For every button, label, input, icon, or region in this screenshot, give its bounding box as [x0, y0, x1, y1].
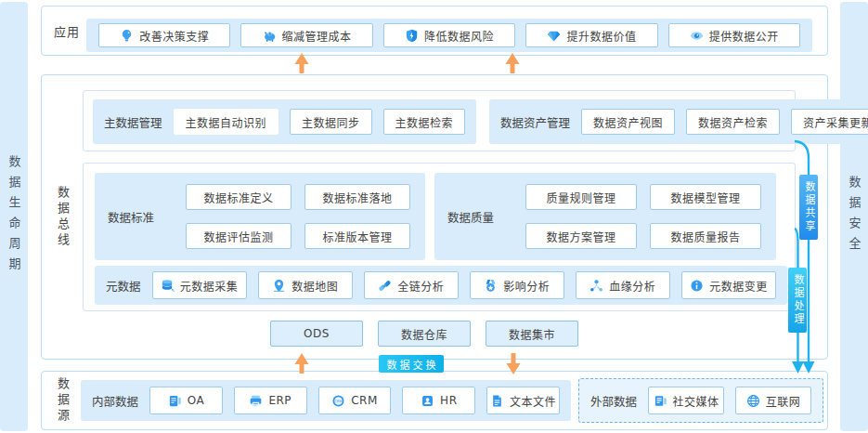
application-item-4[interactable]: 提供数据公开 [668, 23, 800, 47]
id-badge-icon [421, 394, 434, 408]
internal-data-item-2[interactable]: CRMCRM [318, 387, 392, 414]
metadata-item-4[interactable]: 血缘分析 [576, 271, 670, 299]
button-label: 提升数据价值 [566, 28, 636, 44]
shield-icon [405, 29, 419, 43]
button-label: 数据模型管理 [670, 190, 740, 205]
master-data-buttons: 主数据自动识别主数据同步主数据检索 [174, 109, 466, 135]
data-standard-item-3[interactable]: 标准版本管理 [304, 223, 410, 249]
storage-item-2[interactable]: 数据集市 [486, 321, 578, 347]
data-source-section: 数据源 内部数据 OAERPCRMCRMHR文本文件 外部数据 社交媒体互联网 [41, 371, 828, 430]
crm-badge-icon: CRM [331, 394, 345, 408]
data-asset-panel-label: 数据资产管理 [500, 113, 570, 131]
application-item-3[interactable]: 提升数据价值 [525, 23, 657, 47]
rail-data-security-label: 数据安全 [846, 176, 863, 257]
internal-data-panel: 内部数据 OAERPCRMCRMHR文本文件 [81, 380, 571, 421]
application-item-0[interactable]: 改善决策支撑 [98, 23, 230, 47]
map-pin-icon [272, 279, 286, 293]
metadata-panel: 元数据 元数据采集数据地图全链分析影响分析血缘分析元数据变更 [95, 266, 787, 305]
data-quality-item-1[interactable]: 数据模型管理 [650, 184, 761, 210]
metadata-panel-label: 元数据 [106, 277, 141, 295]
button-label: 缩减管理成本 [282, 28, 352, 44]
internal-data-item-1[interactable]: ERP [234, 387, 307, 414]
data-quality-item-3[interactable]: 数据质量报告 [650, 223, 761, 249]
database-icon [161, 279, 175, 293]
data-quality-panel: 数据质量 质量规则管理数据模型管理数据方案管理数据质量报告 [434, 173, 776, 260]
data-quality-item-0[interactable]: 质量规则管理 [525, 184, 637, 210]
external-data-buttons: 社交媒体互联网 [648, 387, 811, 414]
button-label: 数据标准定义 [204, 190, 274, 205]
data-standard-item-1[interactable]: 数据标准落地 [304, 184, 410, 210]
metadata-item-1[interactable]: 数据地图 [258, 271, 353, 299]
data-standard-item-0[interactable]: 数据标准定义 [186, 184, 291, 210]
rail-data-lifecycle: 数据生命周期 [0, 2, 28, 431]
master-data-item-1[interactable]: 主数据同步 [290, 109, 372, 135]
data-quality-item-2[interactable]: 数据方案管理 [525, 223, 637, 249]
gem-icon [547, 29, 561, 43]
info-circle-icon [690, 279, 704, 293]
master-data-and-asset-row: 主数据管理 主数据自动识别主数据同步主数据检索 数据资产管理 数据资产视图数据资… [83, 90, 796, 151]
metadata-item-3[interactable]: 影响分析 [470, 271, 564, 299]
medal-icon [484, 279, 498, 293]
button-label: 数据资产视图 [593, 114, 663, 130]
up-arrow-icon [506, 53, 520, 73]
button-label: 提供数据公开 [709, 28, 779, 44]
button-label: 元数据采集 [180, 278, 239, 294]
data-bus-section: 数据总线 主数据管理 主数据自动识别主数据同步主数据检索 数据资产管理 数据资产… [41, 74, 828, 360]
piggy-bank-icon: $ [263, 29, 277, 43]
button-label: 数据仓库 [401, 326, 447, 342]
master-data-item-2[interactable]: 主数据检索 [383, 109, 466, 135]
svg-text:$: $ [268, 32, 271, 36]
master-data-item-0[interactable]: 主数据自动识别 [174, 109, 279, 135]
button-label: 改善决策支撑 [139, 28, 209, 44]
internal-data-item-4[interactable]: 文本文件 [486, 387, 560, 414]
data-share-badge: 数据共享 [799, 175, 818, 240]
data-asset-buttons: 数据资产视图数据资产检索资产采集更新 [581, 109, 868, 135]
button-label: 降低数据风险 [424, 28, 494, 44]
application-item-2[interactable]: 降低数据风险 [383, 23, 515, 47]
button-label: OA [188, 394, 204, 407]
storage-item-1[interactable]: 数据仓库 [378, 321, 471, 347]
button-label: 文本文件 [510, 393, 556, 409]
data-platform-architecture-diagram: 数据生命周期 数据安全 应用 改善决策支撑$缩减管理成本降低数据风险提升数据价值… [0, 0, 868, 433]
metadata-item-5[interactable]: 元数据变更 [681, 271, 776, 299]
rail-data-security: 数据安全 [840, 2, 868, 431]
social-media-icon [654, 394, 667, 408]
data-asset-item-1[interactable]: 数据资产检索 [686, 109, 780, 135]
button-label: 主数据同步 [302, 114, 360, 130]
internal-data-item-3[interactable]: HR [402, 387, 475, 414]
button-label: 数据评估监测 [204, 229, 274, 244]
button-label: 质量规则管理 [547, 190, 616, 205]
printer-icon [249, 394, 263, 408]
data-process-badge: 数据处理 [788, 268, 807, 333]
external-data-item-1[interactable]: 互联网 [735, 387, 811, 414]
data-asset-item-2[interactable]: 资产采集更新 [791, 109, 868, 135]
button-label: 元数据变更 [709, 278, 768, 294]
rail-data-lifecycle-label: 数据生命周期 [6, 155, 23, 278]
metadata-buttons: 元数据采集数据地图全链分析影响分析血缘分析元数据变更 [152, 271, 776, 299]
button-label: 数据标准落地 [322, 190, 392, 205]
eye-icon [690, 29, 704, 43]
metadata-item-0[interactable]: 元数据采集 [152, 271, 247, 299]
data-source-section-label: 数据源 [54, 372, 71, 429]
external-data-panel: 外部数据 社交媒体互联网 [578, 378, 823, 423]
data-standard-buttons: 数据标准定义数据标准落地数据评估监测标准版本管理 [176, 175, 420, 258]
data-asset-panel: 数据资产管理 数据资产视图数据资产检索资产采集更新 [489, 99, 868, 144]
internal-data-item-0[interactable]: OA [149, 387, 223, 414]
button-label: 全链分析 [397, 278, 444, 294]
data-standard-item-2[interactable]: 数据评估监测 [186, 223, 291, 249]
button-label: ODS [304, 327, 330, 340]
metadata-item-2[interactable]: 全链分析 [364, 271, 459, 299]
master-data-panel: 主数据管理 主数据自动识别主数据同步主数据检索 [93, 99, 476, 144]
data-standard-panel-label: 数据标准 [108, 208, 154, 226]
data-quality-panel-label: 数据质量 [447, 208, 494, 226]
storage-item-0[interactable]: ODS [270, 321, 363, 347]
branch-icon [589, 279, 603, 293]
data-asset-item-0[interactable]: 数据资产视图 [581, 109, 675, 135]
application-section-label: 应用 [54, 7, 80, 55]
button-label: 影响分析 [503, 278, 550, 294]
button-label: 数据地图 [291, 278, 338, 294]
application-section: 应用 改善决策支撑$缩减管理成本降低数据风险提升数据价值提供数据公开 [41, 6, 828, 56]
application-item-1[interactable]: $缩减管理成本 [240, 23, 372, 47]
button-label: 血缘分析 [609, 278, 655, 294]
external-data-item-0[interactable]: 社交媒体 [648, 387, 724, 414]
